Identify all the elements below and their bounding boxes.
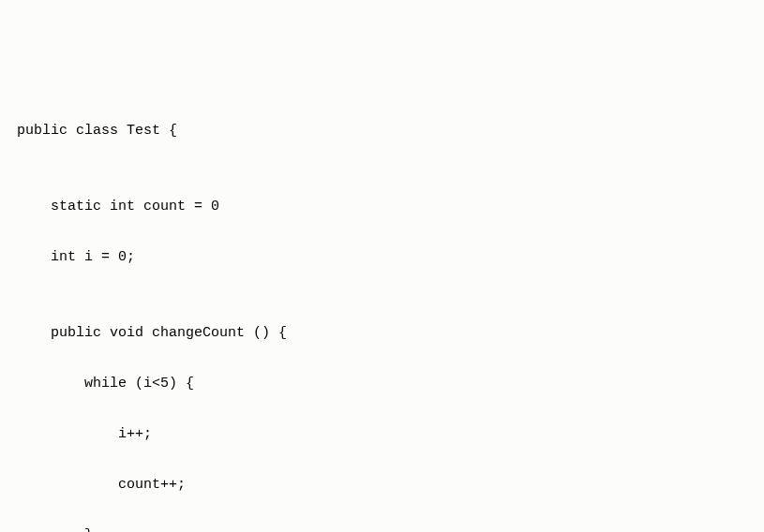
code-line: while (i<5) { (17, 371, 747, 396)
code-line: i++; (17, 421, 747, 447)
code-line: count++; (17, 472, 747, 497)
code-line: public void changeCount () { (17, 320, 747, 346)
code-line: static int count = 0 (17, 194, 747, 219)
code-line: int i = 0; (17, 244, 747, 270)
code-line: } (17, 523, 747, 532)
code-line: public class Test { (17, 118, 747, 143)
